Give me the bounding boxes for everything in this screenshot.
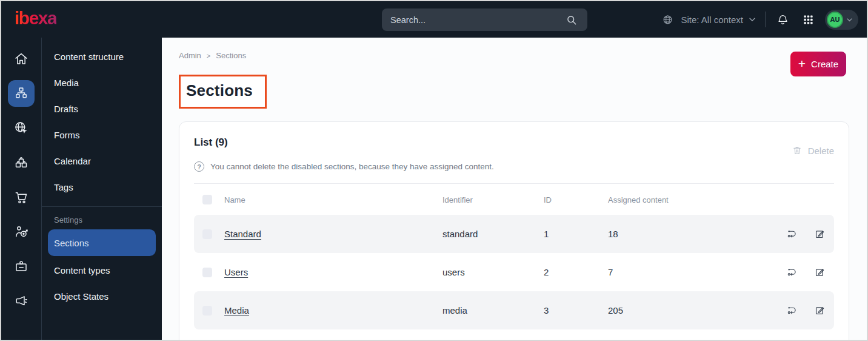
section-name-link[interactable]: Standard	[224, 229, 261, 239]
home-icon	[13, 51, 29, 67]
globe-icon	[659, 11, 676, 28]
site-context-switcher[interactable]: Site: All context	[659, 11, 756, 28]
icon-rail	[1, 38, 42, 340]
row-checkbox[interactable]	[202, 268, 212, 277]
chevron-down-icon	[748, 15, 756, 24]
row-checkbox[interactable]	[202, 229, 212, 239]
menu-item-drafts[interactable]: Drafts	[42, 96, 162, 122]
create-button[interactable]: + Create	[790, 52, 846, 76]
section-identifier: users	[442, 267, 544, 277]
edit-icon[interactable]	[814, 228, 826, 240]
content-structure-icon	[13, 86, 29, 101]
commerce-cart-icon	[13, 189, 29, 205]
page-title: Sections	[186, 81, 253, 100]
notifications-bell-icon[interactable]	[774, 11, 791, 28]
section-id: 3	[544, 305, 608, 316]
create-button-label: Create	[811, 59, 838, 69]
help-circle-icon: ?	[194, 161, 204, 172]
promotions-megaphone-icon	[13, 293, 29, 309]
menu-item-calendar[interactable]: Calendar	[42, 148, 162, 174]
section-assigned-content: 205	[608, 305, 784, 316]
edit-icon[interactable]	[814, 305, 826, 316]
column-header-assigned-content: Assigned content	[608, 195, 784, 204]
assign-content-icon[interactable]	[786, 266, 798, 278]
section-id: 2	[544, 267, 608, 277]
user-menu[interactable]: AU	[825, 10, 858, 30]
breadcrumb-separator: >	[207, 52, 210, 59]
menu-item-content-structure[interactable]: Content structure	[42, 44, 162, 70]
menu-item-media[interactable]: Media	[42, 70, 162, 96]
topbar-right-cluster: Site: All context AU	[659, 1, 858, 38]
segments-target-icon	[13, 224, 29, 240]
table-header: Name Identifier ID Assigned content	[194, 192, 834, 208]
rail-item-personalization[interactable]	[8, 253, 35, 280]
site-context-label: Site: All context	[681, 15, 743, 25]
trash-icon	[792, 145, 803, 156]
breadcrumb-sections[interactable]: Sections	[216, 51, 246, 60]
products-boxes-icon	[13, 155, 29, 170]
assign-content-icon[interactable]	[786, 305, 798, 316]
card-divider	[194, 183, 834, 184]
menu-item-content-types[interactable]: Content types	[42, 257, 162, 283]
global-search[interactable]	[382, 8, 587, 31]
menu-item-tags[interactable]: Tags	[42, 174, 162, 200]
list-help: ? You cannot delete the disabled section…	[194, 161, 834, 172]
column-header-id: ID	[544, 195, 608, 204]
main-content: Admin > Sections + Create Sections List …	[162, 38, 867, 340]
delete-button-label: Delete	[808, 146, 834, 156]
topbar: ibexa Site: All context	[1, 1, 867, 38]
ibexa-admin-page: ibexa Site: All context	[0, 0, 868, 341]
rail-item-content[interactable]	[8, 80, 35, 107]
search-icon[interactable]	[563, 12, 580, 29]
settings-group-label: Settings	[42, 207, 162, 228]
topbar-divider	[765, 12, 766, 27]
section-assigned-content: 7	[608, 267, 784, 277]
edit-icon[interactable]	[814, 266, 826, 278]
site-globe-icon	[13, 120, 29, 136]
avatar[interactable]: AU	[827, 12, 843, 28]
menu-item-forms[interactable]: Forms	[42, 122, 162, 148]
list-title: List (9)	[194, 137, 228, 149]
chevron-down-icon	[846, 16, 853, 24]
section-assigned-content: 18	[608, 229, 784, 239]
breadcrumb-admin[interactable]: Admin	[179, 51, 201, 60]
app-grid-icon[interactable]	[800, 11, 816, 28]
menu-item-object-states[interactable]: Object States	[42, 283, 162, 309]
column-header-name: Name	[212, 195, 442, 204]
rail-item-segments[interactable]	[8, 218, 35, 245]
assign-content-icon[interactable]	[786, 228, 798, 240]
delete-button[interactable]: Delete	[792, 145, 834, 156]
menu-item-sections[interactable]: Sections	[48, 229, 156, 256]
column-header-identifier: Identifier	[442, 195, 544, 204]
personalization-badge-icon	[13, 258, 29, 274]
plus-icon: +	[798, 57, 806, 70]
table-row: Media media 3 205	[194, 291, 834, 329]
list-help-text: You cannot delete the disabled sections,…	[210, 162, 494, 171]
ibexa-logo[interactable]: ibexa	[15, 9, 56, 30]
rail-item-site[interactable]	[8, 115, 35, 141]
section-id: 1	[544, 229, 608, 239]
search-input[interactable]	[390, 15, 563, 25]
sections-list-card: List (9) Delete ? You cannot delete the …	[179, 121, 849, 340]
section-identifier: media	[442, 305, 544, 316]
page-title-highlight: Sections	[179, 75, 267, 109]
breadcrumb: Admin > Sections	[179, 51, 846, 60]
row-checkbox[interactable]	[202, 306, 212, 316]
select-all-checkbox[interactable]	[202, 195, 212, 204]
rail-item-promotions[interactable]	[8, 288, 35, 314]
section-identifier: standard	[442, 229, 544, 239]
secondary-menu: Content structure Media Drafts Forms Cal…	[42, 38, 162, 340]
rail-item-commerce[interactable]	[8, 184, 35, 211]
table-row: Standard standard 1 18	[194, 215, 834, 253]
rail-item-dashboard[interactable]	[8, 46, 35, 72]
table-row: Users users 2 7	[194, 253, 834, 291]
rail-item-products[interactable]	[8, 149, 35, 176]
section-name-link[interactable]: Users	[224, 267, 248, 277]
section-name-link[interactable]: Media	[224, 305, 249, 316]
